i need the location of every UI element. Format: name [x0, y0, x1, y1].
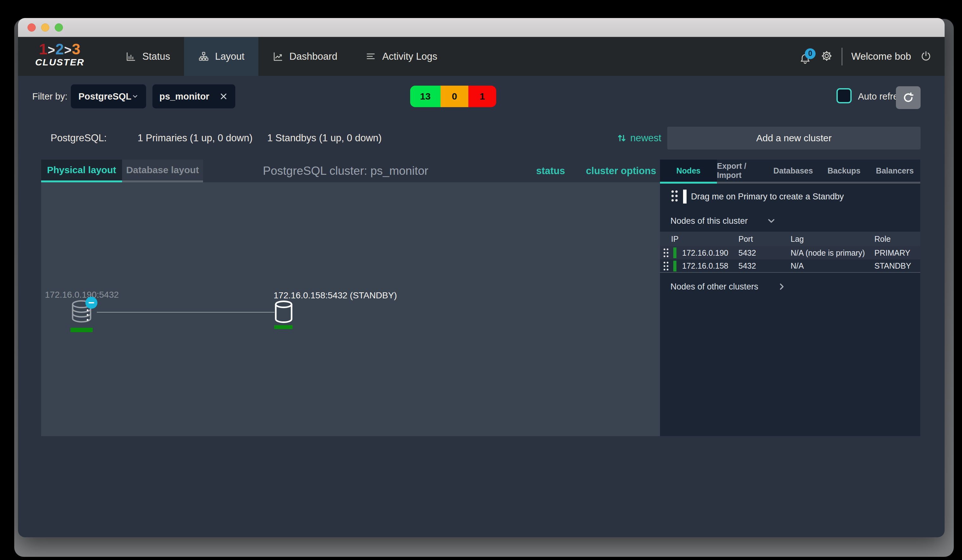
database-cylinder-icon [274, 301, 293, 323]
cell-ip: 172.16.0.190 [682, 246, 728, 259]
nodes-of-this-cluster-toggle[interactable]: Nodes of this cluster [670, 216, 776, 226]
navbar-right-cluster: 0 Welcome bob [799, 37, 932, 76]
error-count-badge[interactable]: 1 [468, 86, 496, 107]
panel-tab-backups[interactable]: Backups [819, 159, 870, 183]
drag-grip-bar [683, 190, 686, 204]
cluster-action-links: status cluster options [536, 159, 656, 182]
screenshot-root: 1>2>3 CLUSTER Status Layout Dashboard [0, 0, 962, 560]
app-window: 1>2>3 CLUSTER Status Layout Dashboard [18, 18, 944, 537]
cluster-search-input[interactable] [160, 91, 213, 102]
nav-tab-label: Layout [215, 51, 244, 62]
logo-digit-3: 3 [72, 41, 81, 58]
cell-lag: N/A [791, 259, 804, 272]
list-lines-icon [365, 51, 377, 62]
nodes-of-other-clusters-toggle[interactable]: Nodes of other clusters [670, 282, 787, 292]
standbys-summary: 1 Standbys (1 up, 0 down) [267, 128, 382, 148]
logo-digit-1: 1 [39, 41, 48, 58]
cell-ip: 172.16.0.158 [682, 259, 728, 272]
close-window-button[interactable] [27, 23, 36, 32]
logo-digits: 1>2>3 [31, 42, 88, 57]
standby-node-label: 172.16.0.158:5432 (STANDBY) [274, 290, 397, 301]
auto-refresh-checkbox[interactable] [836, 88, 852, 103]
cluster-search-field[interactable] [152, 84, 235, 108]
logo-arrow-1: > [48, 43, 55, 57]
standby-health-bar [274, 325, 292, 329]
logo-word: CLUSTER [31, 57, 88, 67]
replication-link-line [97, 312, 274, 312]
cluster-status-counters: 13 0 1 [410, 86, 496, 107]
add-cluster-button[interactable]: Add a new cluster [667, 127, 920, 150]
drag-hint-text: Drag me on Primary to create a Standby [691, 192, 844, 202]
nav-tab-activity-logs[interactable]: Activity Logs [351, 37, 451, 76]
layout-tab-strip: Physical layout Database layout PostgreS… [41, 159, 660, 182]
warning-count-badge[interactable]: 0 [441, 86, 468, 107]
minimize-window-button[interactable] [41, 23, 49, 32]
navbar-divider [841, 48, 843, 65]
db-type-select[interactable]: PostgreSQL [71, 84, 146, 108]
topology-canvas[interactable]: 172.16.0.190:5432 172.16.0.158:5432 (STA… [41, 182, 660, 436]
standby-db-node[interactable] [274, 301, 293, 329]
section-label: Nodes of this cluster [670, 216, 748, 226]
primary-health-bar [71, 328, 93, 332]
cell-port: 5432 [738, 259, 756, 272]
db-type-value: PostgreSQL [78, 91, 132, 102]
row-drag-grip-icon[interactable] [663, 248, 670, 259]
cell-lag: N/A (node is primary) [791, 246, 865, 259]
maximize-window-button[interactable] [55, 23, 63, 32]
minus-icon [89, 302, 94, 303]
primaries-summary: 1 Primaries (1 up, 0 down) [137, 128, 253, 148]
bar-chart-icon [125, 51, 137, 62]
cluster-options-link[interactable]: cluster options [586, 165, 656, 177]
cell-port: 5432 [738, 246, 756, 259]
sort-label: newest [630, 132, 661, 144]
db-type-summary-label: PostgreSQL: [51, 128, 107, 148]
tab-database-layout[interactable]: Database layout [122, 159, 203, 182]
chevron-down-icon [132, 92, 139, 101]
panel-tab-nodes[interactable]: Nodes [660, 159, 717, 183]
nodes-table-header: IP Port Lag Role [660, 232, 920, 246]
notifications-button[interactable]: 0 [799, 50, 812, 64]
welcome-user-label: Welcome bob [851, 51, 911, 62]
panel-tab-strip: Nodes Export / Import Databases Backups … [660, 159, 920, 183]
logout-button[interactable] [920, 50, 932, 63]
remove-node-badge[interactable] [86, 297, 97, 309]
cluster-title: PostgreSQL cluster: ps_monitor [263, 159, 428, 182]
section-label: Nodes of other clusters [670, 282, 759, 292]
primary-node-label: 172.16.0.190:5432 [45, 290, 119, 300]
header-ip: IP [671, 232, 679, 246]
panel-tab-databases[interactable]: Databases [768, 159, 819, 183]
status-link[interactable]: status [536, 165, 565, 177]
nav-tab-dashboard[interactable]: Dashboard [258, 37, 351, 76]
logo-arrow-2: > [64, 43, 72, 57]
tab-physical-layout[interactable]: Physical layout [41, 159, 122, 182]
healthy-count-badge[interactable]: 13 [410, 86, 441, 107]
drag-grip-icon [670, 190, 679, 204]
refresh-button[interactable] [896, 86, 920, 109]
standby-drag-handle[interactable]: Drag me on Primary to create a Standby [670, 190, 844, 204]
top-navbar: 1>2>3 CLUSTER Status Layout Dashboard [18, 37, 944, 76]
chevron-right-icon [777, 282, 787, 292]
nav-tab-label: Dashboard [289, 51, 337, 62]
main-nav-tabs: Status Layout Dashboard Activity Logs [111, 37, 451, 76]
nav-tab-label: Status [142, 51, 170, 62]
row-drag-grip-icon[interactable] [663, 261, 670, 272]
panel-tab-balancers[interactable]: Balancers [869, 159, 920, 183]
close-icon [219, 92, 228, 101]
nav-tab-layout[interactable]: Layout [184, 37, 258, 76]
filter-by-label: Filter by: [32, 84, 67, 108]
chevron-down-icon [766, 216, 776, 226]
table-row[interactable]: 172.16.0.190 5432 N/A (node is primary) … [660, 246, 920, 259]
header-port: Port [738, 232, 753, 246]
notification-count-badge: 0 [805, 48, 815, 59]
table-row[interactable]: 172.16.0.158 5432 N/A STANDBY [660, 259, 920, 273]
window-titlebar [18, 18, 944, 37]
row-health-bar [673, 248, 676, 258]
panel-tab-export-import[interactable]: Export / Import [717, 159, 768, 183]
header-lag: Lag [791, 232, 804, 246]
sort-newest-button[interactable]: newest [617, 128, 661, 148]
clear-search-button[interactable] [219, 92, 228, 101]
settings-button[interactable] [821, 50, 833, 63]
sort-arrows-icon [617, 133, 627, 143]
cell-role: STANDBY [875, 259, 911, 272]
nav-tab-status[interactable]: Status [111, 37, 184, 76]
